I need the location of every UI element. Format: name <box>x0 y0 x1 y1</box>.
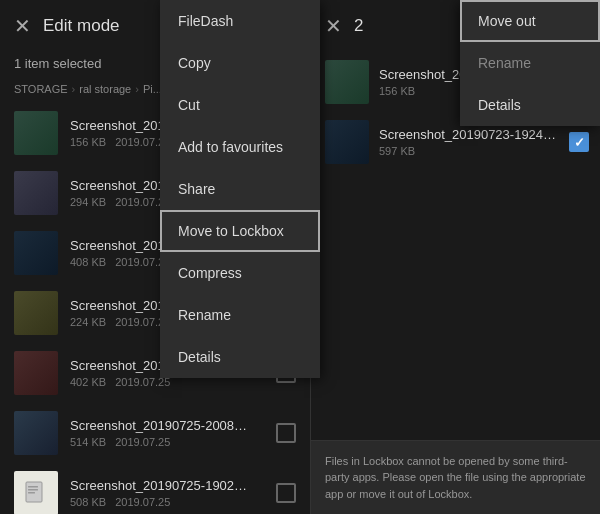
menu-item-compress[interactable]: Compress <box>160 252 320 294</box>
file-name: Screenshot_20190725-190256.jpg <box>70 478 250 493</box>
file-thumbnail <box>14 231 58 275</box>
menu-item-copy[interactable]: Copy <box>160 42 320 84</box>
menu-item-move-lockbox[interactable]: Move to Lockbox <box>160 210 320 252</box>
svg-rect-3 <box>28 492 35 494</box>
file-meta: 508 KB 2019.07.25 <box>70 496 264 508</box>
menu-item-filedash[interactable]: FileDash <box>160 0 320 42</box>
file-thumbnail <box>14 171 58 215</box>
right-count: 2 <box>354 16 363 36</box>
file-thumbnail <box>325 60 369 104</box>
file-checkbox[interactable] <box>276 423 296 443</box>
svg-rect-2 <box>28 489 38 491</box>
breadcrumb-part-1: ral storage <box>79 83 131 95</box>
menu-item-add-favourites[interactable]: Add to favourites <box>160 126 320 168</box>
file-item[interactable]: Screenshot_20190725-190256.jpg 508 KB 20… <box>0 463 310 514</box>
left-panel: ✕ Edit mode 1 item selected STORAGE › ra… <box>0 0 310 514</box>
file-meta: 597 KB <box>379 145 559 157</box>
file-checkbox[interactable] <box>276 483 296 503</box>
file-thumbnail <box>14 291 58 335</box>
file-info: Screenshot_20190725-200814.jpg 514 KB 20… <box>70 418 264 448</box>
file-thumbnail <box>325 120 369 164</box>
right-close-icon[interactable]: ✕ <box>325 14 342 38</box>
right-header-wrapper: ✕ 2 Move out Rename Details <box>311 0 600 52</box>
file-thumbnail <box>14 351 58 395</box>
file-name: Screenshot_20190723-192401.jpg <box>379 127 559 142</box>
check-mark-icon: ✓ <box>574 135 585 150</box>
file-checkbox[interactable]: ✓ <box>569 132 589 152</box>
context-menu: FileDash Copy Cut Add to favourites Shar… <box>160 0 320 378</box>
menu-item-rename[interactable]: Rename <box>160 294 320 336</box>
svg-rect-1 <box>28 486 38 488</box>
file-meta: 514 KB 2019.07.25 <box>70 436 264 448</box>
file-item[interactable]: Screenshot_20190725-200814.jpg 514 KB 20… <box>0 403 310 463</box>
menu-item-details[interactable]: Details <box>160 336 320 378</box>
file-thumbnail <box>14 471 58 514</box>
breadcrumb-part-0: STORAGE <box>14 83 68 95</box>
breadcrumb-sep-0: › <box>72 83 76 95</box>
file-thumbnail <box>14 111 58 155</box>
file-name: Screenshot_20190725-200814.jpg <box>70 418 250 433</box>
right-panel: ✕ 2 Move out Rename Details Screenshot_2… <box>310 0 600 514</box>
menu-item-share[interactable]: Share <box>160 168 320 210</box>
close-icon[interactable]: ✕ <box>14 14 31 38</box>
edit-mode-title: Edit mode <box>43 16 120 36</box>
menu-item-details[interactable]: Details <box>460 84 600 126</box>
file-info: Screenshot_20190723-192401.jpg 597 KB <box>379 127 559 157</box>
breadcrumb-sep-1: › <box>135 83 139 95</box>
menu-item-rename[interactable]: Rename <box>460 42 600 84</box>
menu-item-cut[interactable]: Cut <box>160 84 320 126</box>
lockbox-notice: Files in Lockbox cannot be opened by som… <box>311 440 600 515</box>
menu-item-move-out[interactable]: Move out <box>460 0 600 42</box>
file-info: Screenshot_20190725-190256.jpg 508 KB 20… <box>70 478 264 508</box>
right-dropdown-menu: Move out Rename Details <box>460 0 600 126</box>
file-thumbnail <box>14 411 58 455</box>
